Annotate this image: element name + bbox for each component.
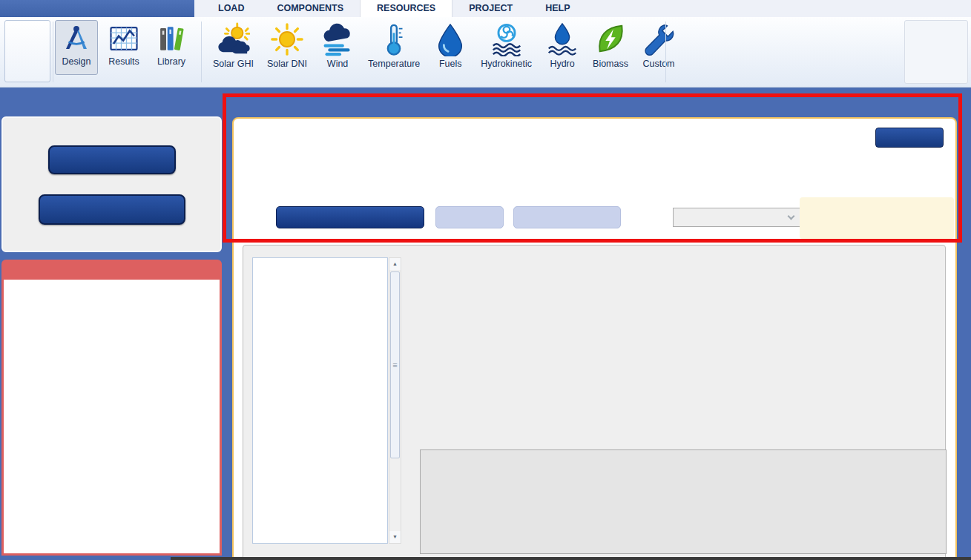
library-icon xyxy=(156,23,187,54)
design-label: Design xyxy=(62,56,91,67)
menu-tab-components[interactable]: COMPONENTS xyxy=(260,0,360,17)
required-changes-panel xyxy=(1,260,222,556)
ribbon-separator xyxy=(665,22,666,82)
remove-button[interactable] xyxy=(875,128,944,148)
view-group: DesignResultsLibrary xyxy=(55,17,199,88)
hydro-icon xyxy=(545,22,579,56)
scrollbar-thumb[interactable]: ≡ xyxy=(390,271,400,458)
temperature-label: Temperature xyxy=(368,59,420,69)
design-view-button[interactable]: Design xyxy=(55,20,98,75)
required-changes-title xyxy=(1,260,222,280)
import-and-edit-button[interactable] xyxy=(513,206,621,228)
scrollbar-up-arrow[interactable]: ▲ xyxy=(389,258,401,270)
required-changes-list xyxy=(1,280,222,556)
resource-buttons: Solar GHISolar DNIWindTemperatureFuelsHy… xyxy=(206,17,682,88)
temperature-resource-button[interactable]: Temperature xyxy=(361,20,427,85)
custom-icon xyxy=(642,22,676,56)
home-icon xyxy=(10,24,45,58)
download-from-internet-button[interactable] xyxy=(276,206,424,228)
wind-resource-panel: ▲ ≡ ▼ xyxy=(232,117,957,560)
results-view-button[interactable]: Results xyxy=(102,20,145,75)
menu-tab-project[interactable]: PROJECT xyxy=(452,0,529,17)
setup-assistant-button[interactable] xyxy=(39,194,185,225)
biomass-resource-button[interactable]: Biomass xyxy=(586,20,635,85)
monthly-wind-speed-table xyxy=(252,257,388,544)
biomass-label: Biomass xyxy=(593,59,628,69)
biomass-icon xyxy=(593,22,628,56)
wind-resource-icon xyxy=(421,123,467,166)
take-tour-button[interactable] xyxy=(48,145,176,174)
menu-tab-load[interactable]: LOAD xyxy=(202,0,260,17)
hydro-label: Hydro xyxy=(550,59,574,69)
menu-bar: LOADCOMPONENTSRESOURCESPROJECTHELP xyxy=(0,0,971,17)
solar-ghi-icon xyxy=(216,22,250,56)
library-dropdown[interactable] xyxy=(673,208,800,227)
ribbon-separator xyxy=(201,22,202,82)
fuels-label: Fuels xyxy=(439,59,462,69)
monthly-wind-speed-group: ▲ ≡ ▼ xyxy=(243,245,946,560)
fuels-resource-button[interactable]: Fuels xyxy=(427,20,474,85)
ribbon-toolbar: DesignResultsLibrary Solar GHISolar DNIW… xyxy=(0,17,971,88)
schematic-panel xyxy=(1,116,222,252)
library-view-button[interactable]: Library xyxy=(150,20,193,75)
fuels-icon xyxy=(433,22,467,56)
custom-label: Custom xyxy=(642,59,674,69)
wind-icon xyxy=(320,22,355,56)
results-label: Results xyxy=(108,56,139,67)
scrollbar-down-arrow[interactable]: ▼ xyxy=(389,531,401,543)
solar-dni-label: Solar DNI xyxy=(267,59,307,69)
library-label: Library xyxy=(157,56,185,67)
wind-label: Wind xyxy=(327,59,348,69)
temperature-icon xyxy=(377,22,411,56)
homer-app-window: LOADCOMPONENTSRESOURCESPROJECTHELP Desig… xyxy=(0,0,971,560)
calculate-icon xyxy=(919,25,953,59)
design-icon xyxy=(61,23,92,54)
parameters-tab-panel xyxy=(420,449,947,554)
custom-resource-button[interactable]: Custom xyxy=(635,20,682,85)
solar-dni-resource-button[interactable]: Solar DNI xyxy=(260,20,314,85)
solar-dni-icon xyxy=(270,22,304,56)
wind-resource-button[interactable]: Wind xyxy=(314,20,361,85)
chevron-down-icon xyxy=(788,213,795,220)
wind-speed-chart xyxy=(408,247,794,425)
import-button[interactable] xyxy=(435,206,504,228)
home-button[interactable] xyxy=(4,20,50,82)
hydrokinetic-label: Hydrokinetic xyxy=(481,59,532,69)
solar-ghi-resource-button[interactable]: Solar GHI xyxy=(206,20,260,85)
windnavigator-note xyxy=(800,197,954,239)
file-menu-button[interactable] xyxy=(0,0,194,17)
ribbon-separator xyxy=(53,22,53,82)
calculate-button[interactable] xyxy=(904,20,968,84)
menu-tab-help[interactable]: HELP xyxy=(529,0,586,17)
hydrokinetic-resource-button[interactable]: Hydrokinetic xyxy=(474,20,539,85)
results-icon xyxy=(108,23,139,54)
hydro-resource-button[interactable]: Hydro xyxy=(539,20,586,85)
solar-ghi-label: Solar GHI xyxy=(213,59,254,69)
menu-tab-resources[interactable]: RESOURCES xyxy=(360,0,452,17)
menu-tabs: LOADCOMPONENTSRESOURCESPROJECTHELP xyxy=(202,0,587,17)
window-bottom-edge xyxy=(171,557,971,560)
table-scrollbar[interactable]: ▲ ≡ ▼ xyxy=(389,257,401,544)
hydrokinetic-icon xyxy=(490,22,524,56)
